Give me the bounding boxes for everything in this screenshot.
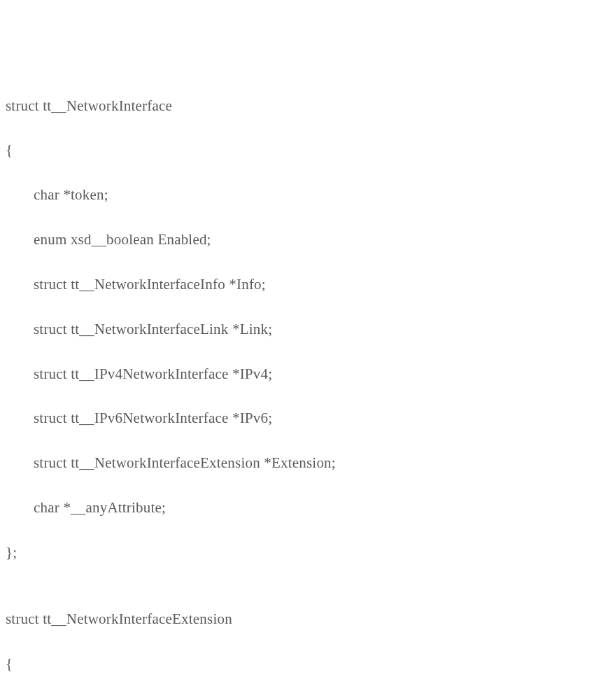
code-document: { "lines": { "l1": "struct tt__NetworkIn…	[0, 0, 594, 700]
code-line: {	[6, 653, 590, 676]
code-line: enum xsd__boolean Enabled;	[6, 229, 590, 251]
code-line: struct tt__IPv4NetworkInterface *IPv4;	[6, 363, 590, 386]
code-line: struct tt__NetworkInterfaceLink *Link;	[6, 318, 590, 341]
code-line: };	[6, 542, 590, 564]
code-line: {	[6, 139, 590, 162]
code-line: struct tt__NetworkInterfaceExtension *Ex…	[6, 452, 590, 475]
code-line: struct tt__NetworkInterface	[6, 95, 590, 118]
code-line: char *token;	[6, 184, 590, 206]
code-line: struct tt__NetworkInterfaceInfo *Info;	[6, 274, 590, 296]
code-line: struct tt__IPv6NetworkInterface *IPv6;	[6, 407, 590, 430]
code-line: struct tt__NetworkInterfaceExtension	[6, 608, 590, 631]
code-line: char *__anyAttribute;	[6, 497, 590, 519]
